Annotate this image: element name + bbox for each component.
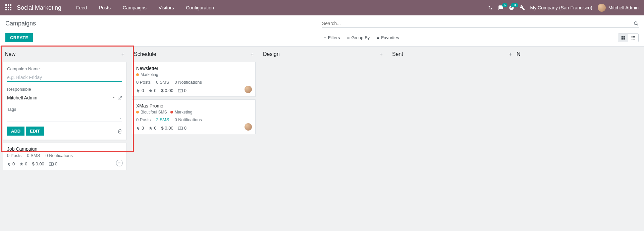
svg-rect-15 — [632, 36, 632, 37]
leads-stat: 0 — [19, 161, 27, 166]
svg-rect-3 — [5, 7, 7, 8]
messages-icon[interactable]: 6 — [498, 5, 503, 10]
responsible-label: Responsible — [7, 87, 122, 92]
debug-icon[interactable] — [520, 5, 525, 10]
quick-create-card: Campaign Name Responsible Mitchell Admin — [3, 62, 126, 140]
activities-badge: 31 — [511, 3, 518, 7]
external-link-icon[interactable] — [117, 96, 122, 100]
campaign-name-input[interactable] — [7, 73, 122, 82]
column-schedule: Schedule + Newsletter Marketing 0 Posts … — [129, 47, 258, 231]
svg-rect-0 — [5, 4, 7, 6]
smiley-icon[interactable] — [116, 160, 123, 166]
svg-rect-4 — [8, 7, 9, 8]
kanban-card-newsletter[interactable]: Newsletter Marketing 0 Posts 0 SMS 0 Not… — [132, 62, 256, 97]
svg-rect-13 — [622, 38, 623, 40]
add-button[interactable]: ADD — [7, 127, 24, 136]
clicks-stat: 3 — [136, 126, 144, 131]
svg-rect-28 — [178, 127, 182, 129]
apps-icon[interactable] — [5, 4, 12, 11]
svg-point-9 — [634, 21, 637, 24]
tags-input[interactable] — [7, 114, 122, 122]
plus-icon[interactable]: + — [121, 51, 124, 57]
kanban-card-xmas[interactable]: XMas Promo Bioutifoul SMS Marketing 0 Po… — [132, 99, 256, 134]
svg-point-27 — [180, 90, 181, 91]
svg-point-24 — [119, 162, 119, 163]
responsible-avatar-icon[interactable] — [245, 86, 252, 93]
revenue-stat: $ 0.00 — [32, 161, 44, 166]
app-brand[interactable]: Social Marketing — [17, 4, 61, 11]
kanban-card-job[interactable]: Job Campaign 0 Posts 0 SMS 0 Notificatio… — [3, 143, 126, 170]
plus-icon[interactable]: + — [509, 51, 512, 57]
svg-rect-22 — [49, 162, 53, 165]
nav-configuration[interactable]: Configuration — [180, 1, 219, 14]
revenue-stat: $ 0.00 — [161, 126, 173, 131]
tag-marketing: Marketing — [170, 110, 193, 114]
svg-line-10 — [637, 24, 638, 25]
svg-rect-19 — [632, 38, 632, 39]
activities-icon[interactable]: 31 — [509, 5, 514, 10]
column-header-design[interactable]: Design + — [258, 47, 387, 62]
tag-marketing: Marketing — [136, 72, 158, 77]
nav-right: 6 31 My Company (San Francisco) Mitchell… — [488, 4, 639, 12]
responsible-avatar-icon[interactable] — [245, 123, 252, 131]
kanban-view-button[interactable] — [618, 34, 628, 42]
svg-rect-18 — [633, 37, 635, 38]
tags-label: Tags — [7, 107, 122, 112]
list-view-button[interactable] — [628, 34, 638, 42]
quotations-stat: 0 — [49, 161, 57, 166]
svg-rect-20 — [633, 38, 635, 39]
filters-dropdown[interactable]: Filters — [323, 35, 340, 40]
user-avatar-icon — [598, 4, 606, 12]
clicks-stat: 0 — [136, 88, 144, 93]
responsible-select[interactable]: Mitchell Admin — [7, 94, 115, 102]
column-header-sent[interactable]: Sent + — [387, 47, 517, 62]
revenue-stat: $ 0.00 — [161, 88, 173, 93]
trash-icon[interactable] — [117, 129, 122, 134]
leads-stat: 0 — [149, 126, 156, 131]
nav-menu: Feed Posts Campaigns Visitors Configurat… — [71, 1, 219, 14]
svg-rect-16 — [633, 36, 635, 37]
leads-stat: 0 — [149, 88, 156, 93]
svg-rect-8 — [10, 9, 11, 10]
svg-rect-11 — [622, 36, 623, 37]
column-new: New + Campaign Name Responsible Mitchell… — [0, 47, 129, 231]
company-switcher[interactable]: My Company (San Francisco) — [530, 5, 592, 10]
svg-rect-12 — [624, 36, 625, 37]
chevron-down-icon — [119, 117, 122, 120]
edit-button[interactable]: EDIT — [26, 127, 44, 136]
column-next-partial: N — [517, 47, 527, 231]
phone-icon[interactable] — [488, 5, 493, 10]
nav-campaigns[interactable]: Campaigns — [117, 1, 152, 14]
quotations-stat: 0 — [178, 126, 186, 131]
column-header-schedule[interactable]: Schedule + — [129, 47, 258, 62]
column-header-new[interactable]: New + — [0, 47, 129, 62]
kanban-board: New + Campaign Name Responsible Mitchell… — [0, 47, 644, 231]
svg-rect-5 — [10, 7, 11, 8]
search-icon[interactable] — [634, 21, 639, 26]
svg-point-23 — [51, 163, 52, 165]
nav-visitors[interactable]: Visitors — [153, 1, 179, 14]
user-name: Mitchell Admin — [608, 5, 639, 10]
svg-rect-2 — [10, 4, 11, 6]
column-sent: Sent + — [387, 47, 517, 231]
tag-bioutifoul: Bioutifoul SMS — [136, 110, 167, 114]
control-panel: Campaigns CREATE Filters Group By — [0, 15, 644, 47]
svg-line-21 — [119, 96, 121, 98]
nav-posts[interactable]: Posts — [94, 1, 116, 14]
svg-rect-26 — [178, 89, 182, 92]
nav-feed[interactable]: Feed — [71, 1, 92, 14]
svg-rect-7 — [8, 9, 9, 10]
create-button[interactable]: CREATE — [5, 33, 33, 42]
search-bar[interactable] — [322, 19, 639, 28]
favorites-dropdown[interactable]: Favorites — [376, 35, 399, 40]
chevron-down-icon — [112, 96, 115, 99]
svg-rect-6 — [5, 9, 7, 10]
messages-badge: 6 — [502, 3, 507, 7]
groupby-dropdown[interactable]: Group By — [346, 35, 370, 40]
plus-icon[interactable]: + — [251, 51, 254, 57]
svg-rect-17 — [632, 37, 632, 38]
search-input[interactable] — [322, 21, 634, 26]
plus-icon[interactable]: + — [380, 51, 383, 57]
user-menu[interactable]: Mitchell Admin — [598, 4, 639, 12]
column-design: Design + — [258, 47, 387, 231]
